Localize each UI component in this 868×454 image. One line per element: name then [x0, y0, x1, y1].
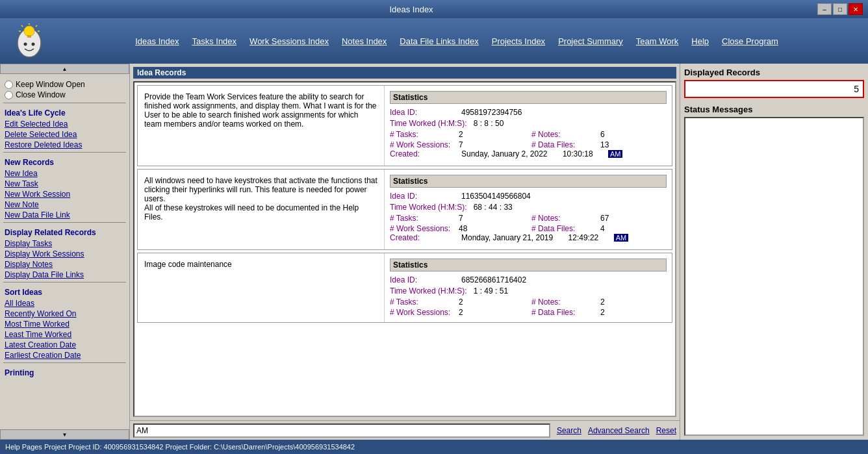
stats-row-timeworked-1: Time Worked (H:M:S): 68 : 44 : 33: [390, 203, 667, 212]
search-bar: Search Advanced Search Reset: [130, 420, 680, 440]
menu-items: Ideas Index Tasks Index Work Sessions In…: [52, 36, 862, 46]
title-bar-text: Ideas Index: [5, 5, 817, 14]
value-notes-2: 2: [600, 297, 605, 307]
value-worksessions-1: 48: [459, 224, 467, 233]
menu-projects-index[interactable]: Projects Index: [492, 36, 545, 46]
logo-area: [6, 23, 52, 59]
menu-work-sessions-index[interactable]: Work Sessions Index: [249, 36, 329, 46]
app-logo-icon: [13, 23, 45, 59]
stats-row-ideaid-1: Idea ID: 1163504149566804: [390, 192, 667, 201]
sort-ideas-title: Sort Ideas: [5, 288, 126, 297]
records-list[interactable]: Provide the Team Work Services feature t…: [134, 82, 675, 416]
close-button[interactable]: ✕: [849, 3, 863, 15]
menu-tasks-index[interactable]: Tasks Index: [192, 36, 236, 46]
keep-window-open-radio[interactable]: Keep Window Open: [3, 79, 126, 90]
svg-point-9: [32, 42, 35, 45]
sidebar-scroll-down[interactable]: ▼: [0, 429, 129, 440]
label-timeworked-1: Time Worked (H:M:S):: [390, 203, 467, 212]
sidebar-new-idea[interactable]: New Idea: [3, 168, 126, 179]
stats-worksessions-2: # Work Sessions: 2: [390, 308, 525, 317]
menu-ideas-index[interactable]: Ideas Index: [135, 36, 179, 46]
displayed-records-title: Displayed Records: [684, 68, 864, 77]
close-window-radio[interactable]: Close Window: [3, 90, 126, 100]
label-ideaid-2: Idea ID:: [390, 275, 455, 284]
sidebar-display-work-sessions[interactable]: Display Work Sessions: [3, 249, 126, 259]
stats-tasks-2: # Tasks: 2: [390, 297, 525, 307]
label-notes-1: # Notes:: [531, 214, 596, 223]
sidebar-earliest-creation-date[interactable]: Earliest Creation Date: [3, 350, 126, 360]
label-tasks-1: # Tasks:: [390, 214, 455, 223]
stats-worksessions-1: # Work Sessions: 48: [390, 224, 525, 233]
stats-grid-2: # Tasks: 2 # Notes: 2 # Work Sessions: 2: [390, 297, 667, 317]
table-row: Provide the Team Work Services feature t…: [137, 85, 672, 166]
sidebar-scroll-up[interactable]: ▲: [0, 64, 129, 74]
title-bar-controls: – □ ✕: [817, 3, 863, 15]
menu-bar: Ideas Index Tasks Index Work Sessions In…: [0, 18, 868, 64]
new-records-title: New Records: [5, 158, 126, 167]
advanced-search-button[interactable]: Advanced Search: [588, 426, 650, 435]
value-ideaid-0: 49581972394756: [461, 108, 522, 117]
sidebar: ▲ Keep Window Open Close Window Idea's L…: [0, 64, 130, 440]
sidebar-new-task[interactable]: New Task: [3, 179, 126, 189]
displayed-records-box: 5: [684, 80, 864, 98]
idea-records-header: Idea Records: [133, 67, 676, 79]
svg-point-1: [24, 26, 34, 36]
label-created-1: Created:: [390, 233, 455, 242]
value-created-time-1: 12:49:22: [568, 233, 599, 242]
sidebar-new-data-file-link[interactable]: New Data File Link: [3, 210, 126, 220]
idea-description-0: Provide the Team Work Services feature t…: [138, 86, 385, 166]
value-notes-1: 67: [600, 214, 609, 223]
menu-close-program[interactable]: Close Program: [722, 36, 778, 46]
value-worksessions-0: 7: [459, 140, 463, 149]
records-scroll-container: Provide the Team Work Services feature t…: [133, 81, 676, 417]
value-tasks-1: 7: [459, 214, 463, 223]
sidebar-all-ideas[interactable]: All Ideas: [3, 298, 126, 309]
search-button[interactable]: Search: [557, 426, 581, 435]
svg-rect-2: [27, 35, 31, 38]
value-tasks-2: 2: [459, 297, 463, 307]
am-badge-1: AM: [614, 234, 629, 242]
value-timeworked-2: 1 : 49 : 51: [474, 286, 508, 296]
sidebar-new-note[interactable]: New Note: [3, 199, 126, 210]
title-bar: Ideas Index – □ ✕: [0, 0, 868, 18]
menu-data-file-links-index[interactable]: Data File Links Index: [400, 36, 478, 46]
label-datafiles-1: # Data Files:: [531, 224, 596, 233]
displayed-records-count: 5: [854, 84, 859, 94]
menu-notes-index[interactable]: Notes Index: [342, 36, 387, 46]
idea-records-container: Idea Records Provide the Team Work Servi…: [130, 64, 680, 420]
label-datafiles-2: # Data Files:: [531, 308, 596, 317]
table-row: All windows need to have keystrokes that…: [137, 169, 672, 250]
value-datafiles-2: 2: [600, 308, 605, 317]
menu-help[interactable]: Help: [691, 36, 709, 46]
sidebar-latest-creation-date[interactable]: Latest Creation Date: [3, 340, 126, 350]
stats-row-created-1: Created: Monday, January 21, 2019 12:49:…: [390, 233, 667, 242]
maximize-button[interactable]: □: [833, 3, 847, 15]
label-timeworked-2: Time Worked (H:M:S):: [390, 286, 467, 296]
sidebar-most-time-worked[interactable]: Most Time Worked: [3, 319, 126, 329]
sidebar-edit-idea[interactable]: Edit Selected Idea: [3, 119, 126, 129]
stats-datafiles-0: # Data Files: 13: [531, 140, 667, 149]
life-cycle-title: Idea's Life Cycle: [5, 108, 126, 118]
reset-button[interactable]: Reset: [656, 426, 676, 435]
stats-header-0: Statistics: [390, 91, 667, 104]
sidebar-new-work-session[interactable]: New Work Session: [3, 189, 126, 199]
stats-header-1: Statistics: [390, 175, 667, 188]
status-bar: Help Pages Project Project ID: 400956931…: [0, 440, 868, 454]
menu-project-summary[interactable]: Project Summary: [558, 36, 623, 46]
window-mode-group: Keep Window Open Close Window: [3, 79, 126, 100]
sidebar-recently-worked-on[interactable]: Recently Worked On: [3, 309, 126, 319]
sidebar-display-tasks[interactable]: Display Tasks: [3, 238, 126, 249]
sidebar-display-data-file-links[interactable]: Display Data File Links: [3, 270, 126, 280]
svg-line-6: [21, 25, 23, 27]
menu-team-work[interactable]: Team Work: [636, 36, 679, 46]
sidebar-delete-idea[interactable]: Delete Selected Idea: [3, 129, 126, 140]
stats-row-timeworked-2: Time Worked (H:M:S): 1 : 49 : 51: [390, 286, 667, 296]
sidebar-least-time-worked[interactable]: Least Time Worked: [3, 329, 126, 340]
search-input[interactable]: [133, 423, 550, 438]
minimize-button[interactable]: –: [817, 3, 832, 15]
stats-notes-1: # Notes: 67: [531, 214, 667, 223]
sidebar-restore-ideas[interactable]: Restore Deleted Ideas: [3, 140, 126, 150]
sidebar-display-notes[interactable]: Display Notes: [3, 259, 126, 270]
stats-row-timeworked-0: Time Worked (H:M:S): 8 : 8 : 50: [390, 119, 667, 128]
label-timeworked-0: Time Worked (H:M:S):: [390, 119, 467, 128]
